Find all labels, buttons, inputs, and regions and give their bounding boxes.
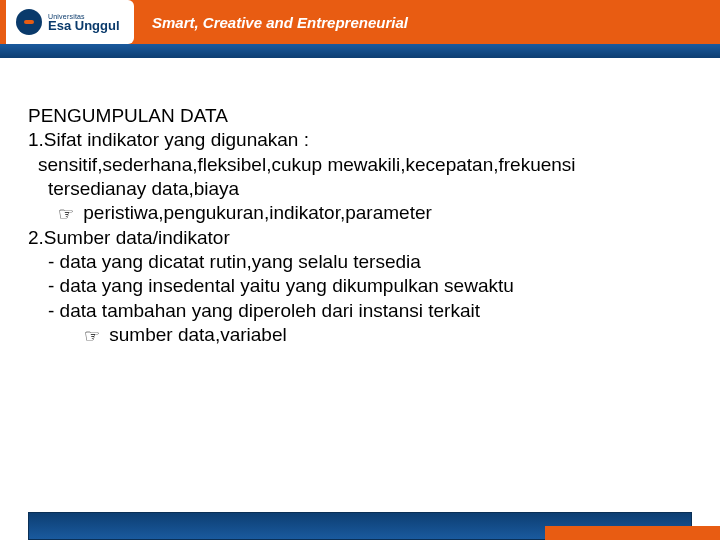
slide-title: PENGUMPULAN DATA — [28, 104, 692, 128]
header-underline — [0, 44, 720, 58]
item1-heading: 1.Sifat indikator yang digunakan : — [28, 128, 692, 152]
header-bar: Universitas Esa Unggul Smart, Creative a… — [0, 0, 720, 44]
item1-line1: sensitif,sederhana,fleksibel,cukup mewak… — [28, 153, 692, 177]
footer — [0, 512, 720, 540]
item1-note-line: ☞ peristiwa,pengukuran,indikator,paramet… — [28, 201, 692, 225]
logo-icon — [16, 9, 42, 35]
item2-bullet1: - data yang dicatat rutin,yang selalu te… — [28, 250, 692, 274]
item1-line2: tersedianay data,biaya — [28, 177, 692, 201]
item2-note-line: ☞ sumber data,variabel — [28, 323, 692, 347]
item1-note-text: peristiwa,pengukuran,indikator,parameter — [83, 202, 432, 223]
pointing-hand-icon: ☞ — [84, 325, 100, 348]
item2-note-text: sumber data,variabel — [109, 324, 286, 345]
item2-bullet3: - data tambahan yang diperoleh dari inst… — [28, 299, 692, 323]
logo-text: Universitas Esa Unggul — [48, 13, 120, 32]
item2-bullet2: - data yang insedental yaitu yang dikump… — [28, 274, 692, 298]
pointing-hand-icon: ☞ — [58, 203, 74, 226]
slide-content: PENGUMPULAN DATA 1.Sifat indikator yang … — [0, 58, 720, 347]
item2-heading: 2.Sumber data/indikator — [28, 226, 692, 250]
logo-name-label: Esa Unggul — [48, 19, 120, 32]
footer-orange-accent — [545, 526, 720, 540]
logo-container: Universitas Esa Unggul — [6, 0, 134, 44]
header-tagline: Smart, Creative and Entrepreneurial — [152, 14, 408, 31]
